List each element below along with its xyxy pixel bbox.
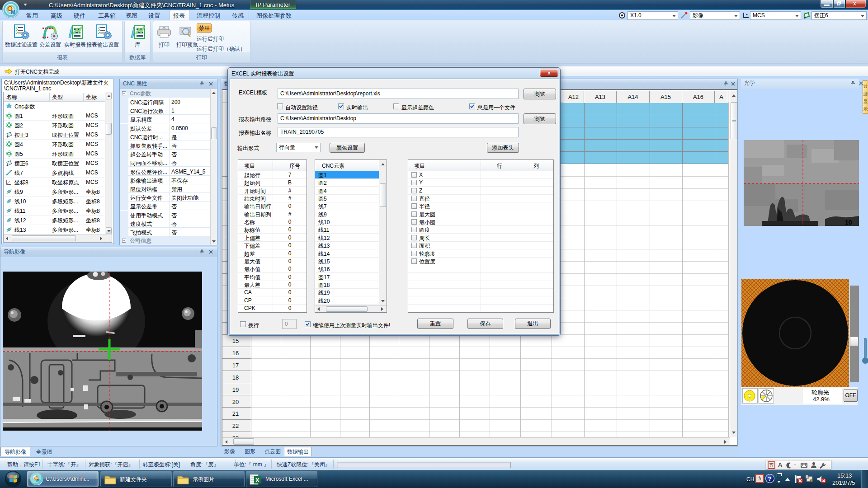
svg-text:X: X [255,477,259,483]
svg-text:✓: ✓ [15,31,19,35]
svg-text:M: M [11,9,15,15]
svg-text:10: 10 [845,219,852,226]
svg-text:?: ? [768,475,772,482]
svg-text:✓: ✓ [98,31,101,35]
svg-text:!: ! [810,479,811,483]
